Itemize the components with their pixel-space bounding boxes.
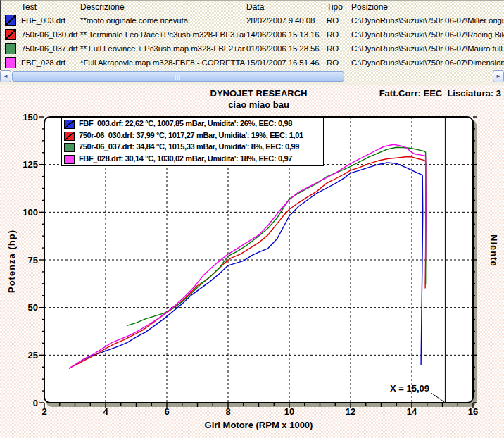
table-row[interactable]: 750r-06_030.drf ** Terminale Leo Race+Pc…: [1, 28, 504, 42]
column-header-data[interactable]: Data: [246, 2, 264, 12]
legend-item[interactable]: FBF_003.drf: 22,62 °C, 1007,85 mBar, Umi…: [63, 119, 323, 131]
app-window: Test Descrizione Data Tipo Posizione FBF…: [0, 0, 504, 438]
run-type: RO: [327, 16, 350, 25]
run-filename: FBF_028.drf: [21, 58, 79, 67]
runs-table: Test Descrizione Data Tipo Posizione FBF…: [0, 0, 504, 70]
run-description: ** Terminale Leo Race+Pc3usb m328-FBF3+a…: [80, 30, 245, 39]
x-tick-label: 4: [103, 406, 108, 417]
run-color-swatch: [5, 15, 16, 26]
run-description: ** Full Leovince + Pc3usb map m328-FBF2+…: [80, 44, 245, 53]
run-type: RO: [327, 44, 350, 53]
dyno-chart-panel: DYNOJET RESEARCH ciao miao bau Fatt.Corr…: [0, 85, 504, 438]
y-tick-label: 75: [28, 255, 38, 265]
chart-legend: FBF_003.drf: 22,62 °C, 1007,85 mBar, Umi…: [61, 118, 324, 166]
column-header-tipo[interactable]: Tipo: [327, 2, 343, 12]
run-date: 15/01/2007 16.51.46: [246, 58, 325, 67]
y-tick-label: 0: [33, 398, 38, 408]
y-axis-label: Potenza (hp): [6, 230, 17, 293]
legend-item-label: FBF_003.drf: 22,62 °C, 1007,85 mBar, Umi…: [79, 119, 292, 127]
column-header-test[interactable]: Test: [21, 2, 37, 12]
run-path: C:\DynoRuns\Suzuki\750r 06-07\Dimensione: [351, 58, 504, 67]
column-separator[interactable]: [323, 1, 324, 13]
table-row[interactable]: FBF_028.drf *Full Akrapovic map m328-FBF…: [1, 56, 504, 70]
legend-color-swatch: [64, 120, 75, 129]
column-separator[interactable]: [347, 1, 348, 13]
run-filename: 750r-06_037.drf: [21, 44, 79, 53]
legend-item-label: FBF_028.drf: 30,14 °C, 1030,02 mBar, Umi…: [79, 154, 292, 163]
table-row[interactable]: 750r-06_037.drf ** Full Leovince + Pc3us…: [1, 42, 504, 56]
run-date: 01/06/2006 15.28.56: [246, 44, 325, 53]
table-row[interactable]: FBF_003.drf **moto originale come ricevu…: [1, 14, 504, 28]
table-rows: FBF_003.drf **moto originale come ricevu…: [1, 14, 504, 70]
column-header-posizione[interactable]: Posizione: [351, 2, 388, 12]
column-header-descrizione[interactable]: Descrizione: [80, 2, 125, 12]
run-date: 14/06/2006 15.13.16: [246, 30, 325, 39]
x-tick-label: 8: [225, 406, 230, 417]
x-tick-label: 16: [468, 406, 478, 417]
legend-color-swatch: [64, 155, 75, 164]
legend-item[interactable]: FBF_028.drf: 30,14 °C, 1030,02 mBar, Umi…: [63, 154, 323, 166]
scrollbar-thumb[interactable]: [12, 71, 344, 82]
x-tick-label: 14: [407, 406, 417, 417]
x-tick-label: 10: [284, 406, 294, 417]
run-path: C:\DynoRuns\Suzuki\750r 06-07\Miller ori…: [351, 16, 504, 25]
legend-color-swatch: [64, 143, 75, 152]
run-description: *Full Akrapovic map m328-FBF8 - CORRETTA: [80, 58, 245, 67]
run-color-swatch: [5, 43, 16, 54]
y-tick-label: 125: [23, 159, 38, 170]
run-filename: FBF_003.drf: [21, 16, 79, 25]
scrollbar-grip: [175, 75, 181, 80]
run-color-swatch: [5, 57, 16, 68]
scroll-right-button[interactable]: ►: [493, 70, 504, 82]
y-tick-label: 150: [23, 112, 38, 123]
y-tick-label: 25: [28, 350, 38, 361]
right-axis-label: Niente: [489, 234, 499, 267]
column-separator[interactable]: [75, 1, 75, 13]
cursor-annotation: X = 15,09: [366, 383, 429, 394]
run-date: 28/02/2007 9.40.08: [246, 16, 325, 25]
run-path: C:\DynoRuns\Suzuki\750r 06-07\Racing Bik: [351, 30, 504, 39]
run-path: C:\DynoRuns\Suzuki\750r 06-07\Mauro full…: [351, 44, 504, 53]
column-separator[interactable]: [243, 1, 244, 13]
x-tick-label: 6: [164, 406, 169, 417]
run-type: RO: [327, 30, 350, 39]
y-tick-label: 50: [28, 302, 38, 313]
run-color-swatch: [5, 29, 16, 40]
x-tick-label: 12: [346, 406, 355, 417]
run-filename: 750r-06_030.drf: [21, 30, 79, 39]
table-header: Test Descrizione Data Tipo Posizione: [1, 1, 504, 13]
legend-item-label: 750r-06_030.drf: 37,99 °C, 1017,27 mBar,…: [79, 131, 303, 139]
horizontal-scrollbar[interactable]: ◄ ►: [0, 70, 504, 82]
run-type: RO: [327, 58, 350, 67]
x-tick-label: 2: [42, 406, 46, 417]
legend-item[interactable]: 750r-06_037.drf: 34,84 °C, 1015,33 mBar,…: [63, 142, 323, 154]
scroll-left-button[interactable]: ◄: [0, 70, 11, 82]
legend-item-label: 750r-06_037.drf: 34,84 °C, 1015,33 mBar,…: [79, 142, 299, 151]
y-tick-label: 100: [23, 207, 38, 218]
x-axis-label: Giri Motore (RPM x 1000): [44, 420, 473, 430]
run-description: **moto originale come ricevuta: [80, 16, 245, 25]
legend-color-swatch: [64, 132, 75, 141]
legend-item[interactable]: 750r-06_030.drf: 37,99 °C, 1017,27 mBar,…: [63, 131, 323, 143]
